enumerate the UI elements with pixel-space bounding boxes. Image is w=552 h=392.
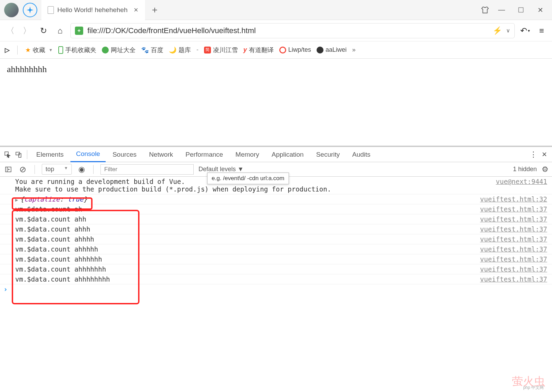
devtools-panel: Elements Console Sources Network Perform… bbox=[0, 146, 552, 392]
tab-console[interactable]: Console bbox=[70, 147, 106, 162]
eye-icon[interactable]: ◉ bbox=[77, 165, 86, 174]
message-source-link[interactable]: vueiftest.html:37 bbox=[480, 215, 547, 223]
github-icon bbox=[317, 47, 323, 53]
close-window-button[interactable]: ✕ bbox=[532, 3, 549, 17]
page-text: ahhhhhhhh bbox=[7, 64, 47, 74]
flash-icon[interactable]: ⚡ bbox=[493, 26, 502, 35]
tshirt-icon[interactable] bbox=[477, 3, 493, 17]
console-toolbar: ⊘ top ◉ Default levels ▼ 1 hidden ⚙ e.g.… bbox=[0, 162, 552, 177]
console-message: vm.$data.count ahhhhhvueiftest.html:37 bbox=[0, 244, 552, 254]
tab-title: Hello World! heheheheh bbox=[57, 6, 128, 14]
new-tab-button[interactable]: + bbox=[145, 4, 164, 16]
page-content: ahhhhhhhh bbox=[0, 59, 552, 146]
message-text: vm.$data.count ahhhhhh bbox=[15, 255, 480, 263]
message-text: vm.$data.count ahhh bbox=[15, 225, 480, 233]
message-text: You are running a development build of V… bbox=[15, 178, 496, 193]
bookmark-aaliwei[interactable]: aaLiwei bbox=[317, 46, 347, 53]
green-icon bbox=[102, 47, 109, 53]
address-bar: 〈 〉 ↻ ⌂ + file:///D:/OK/Code/frontEnd/vu… bbox=[0, 20, 552, 41]
tab-audits[interactable]: Audits bbox=[347, 147, 376, 162]
message-source-link[interactable]: vueiftest.html:37 bbox=[480, 275, 547, 283]
bookmark-tiku[interactable]: 🌙题库 bbox=[169, 46, 191, 54]
hidden-count[interactable]: 1 hidden bbox=[513, 166, 537, 173]
mobile-bookmarks[interactable]: 手机收藏夹 bbox=[58, 46, 96, 54]
message-source-link[interactable]: vue@next:9441 bbox=[496, 178, 547, 185]
console-message: vm.$data.count ahhvueiftest.html:37 bbox=[0, 214, 552, 224]
star-icon: ★ bbox=[25, 46, 31, 54]
console-message: vm.$data.count ahvueiftest.html:37 bbox=[0, 204, 552, 214]
tab-elements[interactable]: Elements bbox=[31, 147, 69, 162]
tab-network[interactable]: Network bbox=[144, 147, 179, 162]
message-source-link[interactable]: vueiftest.html:37 bbox=[480, 245, 547, 253]
console-settings-icon[interactable]: ⚙ bbox=[542, 165, 549, 174]
console-message: vm.$data.count ahhhhhhhvueiftest.html:37 bbox=[0, 264, 552, 274]
inspect-icon[interactable] bbox=[3, 150, 12, 159]
message-text: vm.$data.count ahhhh bbox=[15, 235, 480, 243]
message-source-link[interactable]: vueiftest.html:37 bbox=[480, 255, 547, 263]
console-message: vm.$data.count ahhhhhhvueiftest.html:37 bbox=[0, 254, 552, 264]
context-select[interactable]: top bbox=[42, 164, 72, 175]
device-toggle-icon[interactable] bbox=[14, 150, 23, 159]
address-box[interactable]: + file:///D:/OK/Code/frontEnd/vueHello/v… bbox=[70, 23, 515, 38]
message-source-link[interactable]: vueiftest.html:37 bbox=[480, 235, 547, 243]
titlebar: Hello World! heheheheh × + — ☐ ✕ bbox=[0, 0, 552, 20]
minimize-button[interactable]: — bbox=[493, 3, 510, 17]
shield-icon[interactable]: + bbox=[75, 27, 83, 35]
browser-tab[interactable]: Hello World! heheheheh × bbox=[41, 0, 145, 20]
menu-button[interactable]: ≡ bbox=[535, 24, 548, 37]
back-button[interactable]: 〈 bbox=[4, 24, 17, 37]
youdao-icon: y bbox=[243, 46, 247, 53]
clear-console-icon[interactable]: ⊘ bbox=[18, 165, 28, 174]
tab-memory[interactable]: Memory bbox=[230, 147, 265, 162]
bookmark-baidu[interactable]: 🐾百度 bbox=[141, 46, 163, 54]
message-source-link[interactable]: vueiftest.html:37 bbox=[480, 265, 547, 273]
reload-button[interactable]: ↻ bbox=[37, 24, 50, 37]
bookmark-tiku-dash: - bbox=[196, 46, 198, 53]
bookmark-lingchuan[interactable]: 简凌川江雪 bbox=[204, 46, 238, 54]
tab-close-icon[interactable]: × bbox=[134, 6, 138, 14]
message-text: vm.$data.count ahhhhhhhh bbox=[15, 275, 480, 283]
message-source-link[interactable]: vueiftest.html:37 bbox=[480, 205, 547, 213]
console-message: You are running a development build of V… bbox=[0, 177, 552, 194]
console-body[interactable]: You are running a development build of V… bbox=[0, 177, 552, 392]
user-avatar[interactable] bbox=[4, 3, 19, 17]
tab-performance[interactable]: Performance bbox=[180, 147, 229, 162]
undo-button[interactable]: ↶▾ bbox=[519, 24, 531, 37]
url-dropdown-icon[interactable]: ∨ bbox=[506, 27, 510, 34]
bookmark-liwp[interactable]: Liwp/tes bbox=[279, 46, 311, 53]
maximize-button[interactable]: ☐ bbox=[513, 3, 529, 17]
expand-arrow-icon[interactable]: ▶ bbox=[15, 197, 18, 203]
url-text[interactable]: file:///D:/OK/Code/frontEnd/vueHello/vue… bbox=[87, 26, 488, 35]
message-text: vm.$data.count ahh bbox=[15, 215, 480, 223]
more-bookmarks-button[interactable]: » bbox=[352, 46, 356, 53]
window-controls: — ☐ ✕ bbox=[493, 3, 552, 17]
console-prompt[interactable]: › bbox=[0, 284, 552, 294]
log-levels-select[interactable]: Default levels ▼ bbox=[198, 166, 244, 173]
devtools-close-icon[interactable]: ✕ bbox=[540, 150, 549, 159]
forward-button[interactable]: 〉 bbox=[21, 24, 33, 37]
console-message: ▶{captalize: true}vueiftest.html:32 bbox=[0, 194, 552, 204]
tab-sources[interactable]: Sources bbox=[107, 147, 142, 162]
tab-application[interactable]: Application bbox=[266, 147, 309, 162]
message-text: vm.$data.count ahhhhh bbox=[15, 245, 480, 253]
filter-input[interactable] bbox=[100, 164, 194, 175]
devtools-more-icon[interactable]: ⋮ bbox=[529, 150, 538, 159]
home-button[interactable]: ⌂ bbox=[54, 24, 66, 37]
bookmark-youdao[interactable]: y有道翻译 bbox=[243, 46, 274, 54]
compass-icon[interactable] bbox=[23, 3, 37, 17]
crescent-icon: 🌙 bbox=[169, 46, 176, 54]
sidebar-toggle-button[interactable]: ▷ bbox=[5, 46, 10, 54]
devtools-tabs: Elements Console Sources Network Perform… bbox=[0, 147, 552, 162]
jian-icon: 简 bbox=[204, 47, 211, 53]
console-message: vm.$data.count ahhhhvueiftest.html:37 bbox=[0, 234, 552, 244]
message-source-link[interactable]: vueiftest.html:32 bbox=[480, 195, 547, 203]
message-text: vm.$data.count ah bbox=[15, 205, 480, 213]
favorites-button[interactable]: ★收藏▼ bbox=[25, 46, 53, 54]
tab-security[interactable]: Security bbox=[311, 147, 346, 162]
message-text: ▶{captalize: true} bbox=[15, 195, 480, 203]
message-text: vm.$data.count ahhhhhhh bbox=[15, 265, 480, 273]
paw-icon: 🐾 bbox=[141, 46, 149, 54]
bookmark-wangzhi[interactable]: 网址大全 bbox=[102, 46, 136, 54]
console-sidebar-toggle[interactable] bbox=[3, 165, 13, 174]
message-source-link[interactable]: vueiftest.html:37 bbox=[480, 225, 547, 233]
